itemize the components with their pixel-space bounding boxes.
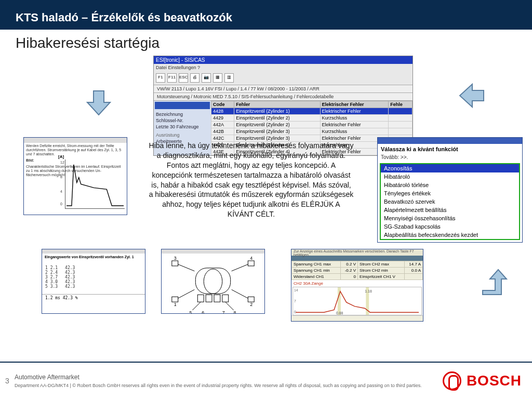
panel-titlebar <box>378 138 522 144</box>
f1-button[interactable]: F1 <box>156 73 165 83</box>
car-tab-icon[interactable] <box>155 102 210 109</box>
panel-text: Werden Defizite erreicht, Strom-messung … <box>24 143 127 157</box>
y-tick: 0 <box>60 202 62 206</box>
values-heading: Eingangswerte von Einspritzventil vorhan… <box>42 254 145 260</box>
svg-rect-4 <box>214 295 220 302</box>
print-icon[interactable]: 🖨 <box>190 73 200 83</box>
svg-line-8 <box>232 264 249 271</box>
function-heading: Válassza ki a kívánt funkciót <box>378 144 522 154</box>
svg-line-14 <box>192 302 201 310</box>
svg-text:6: 6 <box>202 310 204 314</box>
bosch-armature-icon <box>443 371 461 390</box>
svg-text:0.88: 0.88 <box>336 311 343 315</box>
list-item: 4 3.0 <box>45 280 58 284</box>
snapshot-icon[interactable]: 📷 <box>202 73 211 83</box>
grid-icon[interactable]: ▦ <box>213 73 222 83</box>
list-item: 42.3 <box>65 280 75 284</box>
function-item[interactable]: Alapértelmezett beállítás <box>381 206 519 214</box>
list-item: 42.3 <box>65 275 75 280</box>
col-fehler: Fehler <box>234 101 320 108</box>
svg-rect-5 <box>222 295 229 302</box>
sis-toolbar[interactable]: F1 F11 ESC 🖨 📷 ▦ ▥ <box>154 71 413 85</box>
arrow-up-bend-icon <box>477 264 509 296</box>
svg-text:14: 14 <box>294 288 298 292</box>
list-item: 3 2.7 <box>45 275 58 280</box>
probe-label: CH2 30A Zange <box>291 280 423 287</box>
svg-text:5: 5 <box>189 310 192 314</box>
nav-item[interactable]: Schlüssel-Nr. <box>154 117 211 124</box>
function-item[interactable]: SG-Szabad kapcsolás <box>381 222 519 231</box>
page-number: 3 <box>0 377 15 385</box>
svg-line-12 <box>232 289 249 299</box>
footer-brand: Automotive Aftermarket <box>15 374 423 381</box>
svg-rect-2 <box>197 295 204 302</box>
arrow-down-icon <box>83 87 114 118</box>
sis-menubar[interactable]: Datei Einstellungen ? <box>154 64 413 71</box>
vehicle-info-1: VW/W 2113 / Lupo 1.4 16V FSI / Lupo / 1.… <box>154 85 413 93</box>
list-item: 5 3.3 <box>45 284 58 289</box>
vehicle-info-2: Motorsteuerung / Motronic MED 7.5.10 / S… <box>154 93 413 101</box>
function-item[interactable]: Azonosítás <box>381 164 519 172</box>
table-row[interactable]: 442BEinspritzventil (Zylinder 3)Kurzschl… <box>211 128 413 135</box>
panel-titlebar <box>24 138 127 143</box>
list-item: 1 2.1 <box>45 265 58 270</box>
values-footer: 1.2 ms 42.3 % <box>42 294 145 301</box>
svg-line-15 <box>225 302 234 310</box>
list-item: 42.3 <box>65 270 75 275</box>
svg-rect-13 <box>248 297 254 302</box>
list-icon[interactable]: ▥ <box>224 73 234 83</box>
slide-footer: 3 Automotive Aftermarket Department AA-D… <box>0 362 532 399</box>
bosch-wordmark: BOSCH <box>467 373 522 389</box>
svg-rect-3 <box>206 295 212 302</box>
arrow-left-icon <box>457 80 488 111</box>
measurement-panel: Zur Anzeige eines Ausschnitts Messmarken… <box>291 249 423 322</box>
col-code: Code <box>211 101 234 108</box>
function-item[interactable]: Hibatároló <box>381 172 519 181</box>
svg-rect-9 <box>248 261 254 266</box>
svg-text:7: 7 <box>294 299 296 303</box>
function-item[interactable]: Tényleges értékek <box>381 189 519 197</box>
list-item: 42.3 <box>65 265 75 270</box>
course-header: KTS haladó – Érzékelők és beavatkozók <box>0 8 532 30</box>
measurement-hint: Zur Anzeige eines Ausschnitts Messmarken… <box>291 249 423 256</box>
measurement-plot: 0.88 1.18 14 7 0 <box>292 287 422 315</box>
nav-item[interactable]: Bezeichnung <box>154 111 211 117</box>
svg-text:8: 8 <box>234 310 236 314</box>
svg-text:0: 0 <box>294 310 296 314</box>
y-axis-label: [A] <box>58 154 64 159</box>
table-row[interactable]: 442AEinspritzventil (Zylinder 2)Elektris… <box>211 122 413 128</box>
function-item[interactable]: Beavatkozó szervek <box>381 197 519 206</box>
function-item[interactable]: Alapbeállítás befecskendezés kezdet <box>381 231 519 239</box>
svg-text:1: 1 <box>174 302 177 307</box>
values-panel: Eingangswerte von Einspritzventil vorhan… <box>42 249 145 314</box>
function-item[interactable]: Hibatároló törlése <box>381 181 519 189</box>
nav-item[interactable]: Letzte 30 Fahrzeuge <box>154 124 211 130</box>
y-tick: 4 <box>60 190 62 193</box>
table-row[interactable]: 4429Einspritzventil (Zylinder 2)Kurzschl… <box>211 115 413 122</box>
table-row[interactable]: 4428Einspritzventil (Zylinder 1)Elektris… <box>211 108 413 115</box>
svg-text:3: 3 <box>174 256 177 261</box>
function-select-panel: Válassza ki a kívánt funkciót Tovább: >>… <box>377 137 523 243</box>
wiring-diagram-icon: 34 12 56 78 <box>162 254 264 314</box>
svg-text:7: 7 <box>222 310 225 314</box>
svg-rect-11 <box>172 297 178 302</box>
function-item[interactable]: Mennyiségi összehasonlítás <box>381 214 519 222</box>
svg-line-6 <box>177 264 195 271</box>
list-item: 42.3 <box>65 284 75 289</box>
col-elec: Elektrischer Fehler <box>320 101 389 108</box>
sis-titlebar: ESI[tronic] - SIS/CAS <box>154 56 413 64</box>
svg-text:4: 4 <box>250 256 252 261</box>
measurement-table: Spannung CH1 max0.2 VStrom CH2 max14.7 A… <box>291 261 423 280</box>
svg-rect-7 <box>172 261 178 266</box>
f11-button[interactable]: F11 <box>167 73 177 83</box>
svg-text:1.18: 1.18 <box>365 289 372 293</box>
svg-text:2: 2 <box>250 302 252 307</box>
svg-rect-0 <box>195 268 230 294</box>
y-tick: 8 <box>60 175 62 179</box>
slide-title: Hibakeresési startégia <box>0 30 532 51</box>
col-extra: Fehle <box>389 101 413 108</box>
footer-legal: Department AA-DG/MKT4 | © Robert Bosch G… <box>15 383 423 388</box>
esc-button[interactable]: ESC <box>179 73 188 83</box>
y-tick: 12 <box>60 161 64 164</box>
oscilloscope-plot: [A] 12 8 4 0 <box>65 159 125 209</box>
